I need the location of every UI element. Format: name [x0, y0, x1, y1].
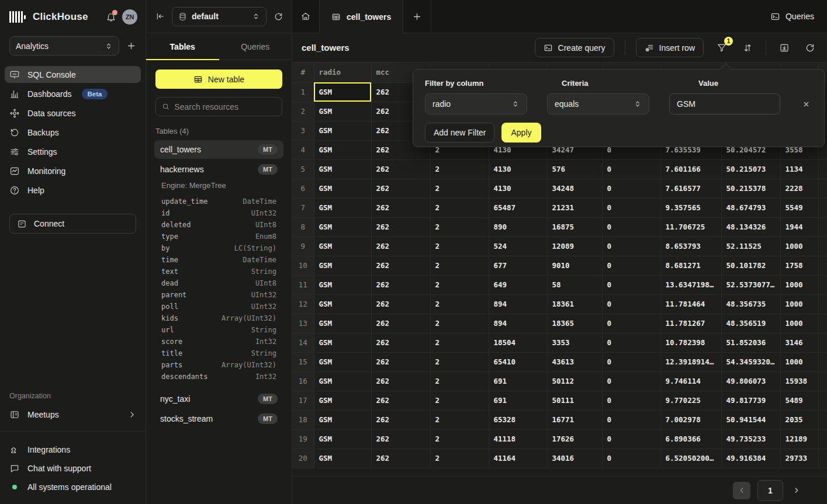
cell[interactable]: 262: [371, 256, 430, 275]
cell[interactable]: [818, 371, 827, 391]
cell[interactable]: [818, 159, 827, 179]
cell[interactable]: 1000: [780, 275, 818, 294]
cell[interactable]: 1000: [780, 314, 818, 333]
sidebar-item-sql-console[interactable]: SQL Console: [5, 66, 141, 83]
cell[interactable]: 0: [602, 294, 660, 314]
cell[interactable]: 48.356519: [721, 314, 780, 333]
cell[interactable]: 7.601166: [660, 159, 721, 179]
sidebar-item-integrations[interactable]: Integrations: [5, 441, 141, 458]
cell[interactable]: 18365: [547, 314, 602, 333]
cell[interactable]: GSM: [314, 198, 371, 217]
sidebar-item-help[interactable]: Help: [5, 182, 141, 199]
cell[interactable]: 50.101782: [721, 256, 780, 275]
cell[interactable]: 9.746114: [660, 371, 721, 391]
cell[interactable]: 262: [371, 410, 430, 429]
cell[interactable]: 262: [371, 275, 430, 294]
cell[interactable]: 262: [371, 294, 430, 314]
cell[interactable]: 890: [489, 217, 547, 237]
cell[interactable]: 0: [602, 159, 660, 179]
cell[interactable]: GSM: [314, 256, 371, 275]
cell[interactable]: GSM: [314, 314, 371, 333]
cell[interactable]: 48.674793: [721, 198, 780, 217]
create-query-button[interactable]: Create query: [535, 38, 614, 57]
cell[interactable]: GSM: [314, 410, 371, 429]
cell[interactable]: 262: [371, 429, 430, 449]
cell[interactable]: 1000: [780, 352, 818, 371]
cell[interactable]: 691: [489, 371, 547, 391]
cell[interactable]: 0: [602, 256, 660, 275]
cell[interactable]: 0: [602, 179, 660, 198]
cell[interactable]: GSM: [314, 140, 371, 159]
cell[interactable]: 2: [430, 179, 489, 198]
cell[interactable]: GSM: [314, 217, 371, 237]
add-new-filter-button[interactable]: Add new Filter: [425, 123, 494, 142]
cell[interactable]: 49.916384: [721, 449, 780, 468]
sidebar-item-settings[interactable]: Settings: [5, 143, 141, 160]
current-page-indicator[interactable]: 1: [757, 480, 783, 501]
table-item-stocks-stream[interactable]: stocks_stream MT: [154, 409, 283, 428]
apply-filter-button[interactable]: Apply: [501, 123, 541, 142]
filter-icon[interactable]: 1: [714, 40, 729, 55]
cell[interactable]: GSM: [314, 391, 371, 410]
cell[interactable]: 2035: [780, 410, 818, 429]
cell[interactable]: 894: [489, 314, 547, 333]
cell[interactable]: [818, 429, 827, 449]
cell[interactable]: [818, 352, 827, 371]
cell[interactable]: 0: [602, 410, 660, 429]
home-tab[interactable]: [292, 0, 320, 33]
cell[interactable]: 54.3459320…: [721, 352, 780, 371]
cell[interactable]: 65410: [489, 352, 547, 371]
cell[interactable]: 11.706725: [660, 217, 721, 237]
sidebar-item-monitoring[interactable]: Monitoring: [5, 162, 141, 179]
cell[interactable]: 21231: [547, 198, 602, 217]
cell[interactable]: 9.770225: [660, 391, 721, 410]
cell[interactable]: 12.3918914…: [660, 352, 721, 371]
cell[interactable]: 0: [602, 333, 660, 352]
cell[interactable]: 18504: [489, 333, 547, 352]
cell[interactable]: 11.781464: [660, 294, 721, 314]
cell[interactable]: 691: [489, 391, 547, 410]
cell[interactable]: GSM: [314, 121, 371, 140]
cell[interactable]: 34248: [547, 179, 602, 198]
cell[interactable]: 6.52050200…: [660, 449, 721, 468]
cell[interactable]: [818, 198, 827, 217]
cell[interactable]: 649: [489, 275, 547, 294]
cell[interactable]: 894: [489, 294, 547, 314]
cell[interactable]: 262: [371, 449, 430, 468]
cell[interactable]: 0: [602, 217, 660, 237]
cell[interactable]: 3146: [780, 333, 818, 352]
next-page-button[interactable]: [790, 484, 802, 496]
cell[interactable]: 0: [602, 352, 660, 371]
download-icon[interactable]: [777, 40, 792, 55]
cell[interactable]: 2: [430, 391, 489, 410]
cell[interactable]: 2: [430, 429, 489, 449]
cell[interactable]: 262: [371, 352, 430, 371]
cell[interactable]: 3353: [547, 333, 602, 352]
cell[interactable]: 52.11525: [721, 237, 780, 256]
cell[interactable]: 524: [489, 237, 547, 256]
cell[interactable]: [818, 314, 827, 333]
cell[interactable]: 15938: [780, 371, 818, 391]
cell[interactable]: GSM: [314, 429, 371, 449]
new-table-button[interactable]: New table: [155, 69, 282, 89]
cell[interactable]: GSM: [314, 371, 371, 391]
cell[interactable]: 2: [430, 256, 489, 275]
table-item-hackernews[interactable]: hackernews MT: [154, 160, 283, 179]
cell[interactable]: 262: [371, 217, 430, 237]
cell[interactable]: GSM: [314, 179, 371, 198]
cell[interactable]: 10.782398: [660, 333, 721, 352]
cell[interactable]: GSM: [314, 102, 371, 121]
add-workspace-button[interactable]: [126, 41, 136, 51]
cell[interactable]: [818, 333, 827, 352]
cell[interactable]: 65487: [489, 198, 547, 217]
cell[interactable]: GSM: [314, 294, 371, 314]
cell[interactable]: [818, 275, 827, 294]
cell[interactable]: 7.002978: [660, 410, 721, 429]
cell[interactable]: 2: [430, 371, 489, 391]
database-select[interactable]: default: [172, 7, 267, 26]
cell[interactable]: 2: [430, 410, 489, 429]
cell[interactable]: 18361: [547, 294, 602, 314]
cell[interactable]: 29733: [780, 449, 818, 468]
refresh-icon[interactable]: [802, 40, 818, 55]
cell[interactable]: 52.5373077…: [721, 275, 780, 294]
